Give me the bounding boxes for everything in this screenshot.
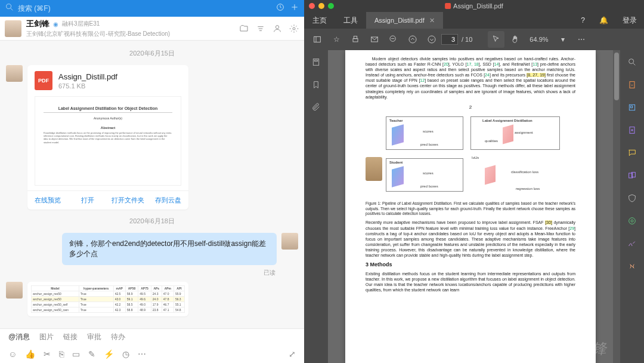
file-tab-label: Assign_Distill.pdf — [374, 17, 425, 24]
window-title: Assign_Distill.pdf — [445, 2, 503, 10]
more-tools-rail-icon[interactable] — [626, 260, 638, 272]
thumbnails-icon[interactable] — [310, 56, 322, 68]
more-icon[interactable]: ⋯ — [138, 349, 146, 359]
page-viewer[interactable]: 33 Modern object detectors divide sample… — [328, 50, 613, 363]
preview-abstract: Knowledge distillation methods focus on … — [44, 131, 172, 144]
action-open-folder[interactable]: 打开文件夹 — [108, 191, 148, 210]
person-icon[interactable] — [272, 23, 283, 34]
maximize-window-icon[interactable] — [328, 3, 334, 9]
sidebar-toggle-icon[interactable] — [309, 31, 326, 48]
cursor-tool-icon[interactable] — [488, 31, 504, 48]
scrollbar-thumb[interactable] — [614, 53, 619, 100]
help-icon[interactable]: ? — [574, 16, 592, 24]
file-message-row: PDF Assign_Distill.pdf 675.1 KB Label As… — [0, 63, 304, 212]
svg-point-18 — [428, 36, 435, 43]
scissors-icon[interactable]: ✂ — [44, 349, 51, 359]
search-input[interactable] — [18, 4, 271, 13]
pdf-file-icon: PDF — [35, 71, 52, 90]
svg-line-1 — [11, 8, 13, 10]
page-up-icon[interactable] — [404, 31, 421, 48]
hand-tool-icon[interactable] — [507, 31, 524, 48]
table-bubble[interactable]: Modelhyper-parametersmAPAP50AP75APsAPmAP… — [27, 282, 188, 316]
close-tab-icon[interactable]: ✕ — [429, 17, 435, 24]
window-title-text: Assign_Distill.pdf — [453, 2, 503, 10]
emoji-icon[interactable]: ☺ — [8, 349, 17, 359]
bolt-icon[interactable]: ⚡ — [104, 349, 114, 359]
input-toolbar: ☺ 👍 ✂ ⎘ ▭ ✎ ⚡ ◷ ⋯ ⤢ — [0, 345, 304, 363]
text-bubble[interactable]: 剑锋，你那个end2end的detector用不用self-distill做as… — [62, 233, 277, 265]
menu-home[interactable]: 主页 — [304, 12, 335, 29]
figure-caption: Figure 1: Pipeline of Label Assignment D… — [366, 201, 575, 216]
star-icon[interactable]: ☆ — [328, 31, 345, 48]
tab-images[interactable]: 图片 — [39, 332, 54, 342]
page-number-input[interactable] — [441, 34, 458, 45]
clock-icon[interactable]: ◷ — [122, 349, 129, 359]
messages-area[interactable]: 2020年6月15日 PDF Assign_Distill.pdf 675.1 … — [0, 41, 304, 328]
new-chat-icon[interactable] — [290, 2, 299, 14]
menu-tools[interactable]: 工具 — [335, 12, 366, 29]
expand-icon[interactable]: ⤢ — [289, 349, 296, 359]
tab-at[interactable]: @消息 — [8, 332, 30, 342]
contact-avatar[interactable] — [5, 20, 21, 37]
edit-pdf-icon[interactable] — [626, 101, 638, 113]
page-down-icon[interactable] — [423, 31, 440, 48]
chat-header: 王剑锋 ◉ 融科3层南E31 王剑锋(北京旷视科技有限公司-研究院-Base D… — [0, 17, 304, 41]
combine-icon[interactable] — [626, 170, 638, 182]
zoom-level[interactable]: 64.9% — [530, 36, 548, 43]
svg-point-31 — [629, 218, 636, 224]
preview-abstract-heading: Abstract — [101, 126, 115, 130]
fig-cls: classification loss — [511, 170, 538, 175]
pdf-body: 33 Modern object detectors divide sample… — [304, 50, 644, 363]
page-number-footer: 2 — [366, 104, 575, 110]
edit-icon[interactable]: ✎ — [88, 349, 95, 359]
zoom-dropdown-icon[interactable]: ▾ — [555, 31, 571, 48]
mail-icon[interactable] — [366, 31, 383, 48]
export-pdf-icon[interactable] — [626, 79, 638, 91]
file-name: Assign_Distill.pdf — [58, 72, 117, 81]
more-tools-icon[interactable]: ⋯ — [574, 31, 590, 48]
svg-point-9 — [293, 27, 295, 30]
login-button[interactable]: 登录 — [615, 16, 644, 26]
action-preview[interactable]: 在线预览 — [27, 191, 68, 210]
svg-rect-25 — [630, 106, 632, 107]
shield-icon[interactable] — [626, 192, 638, 204]
sort-icon[interactable] — [255, 23, 266, 34]
thumbs-up-icon[interactable]: 👍 — [25, 349, 35, 359]
self-avatar[interactable] — [281, 233, 298, 250]
file-tab[interactable]: Assign_Distill.pdf ✕ — [366, 12, 443, 29]
file-bubble[interactable]: PDF Assign_Distill.pdf 675.1 KB Label As… — [27, 65, 188, 210]
close-window-icon[interactable] — [309, 3, 315, 9]
zoom-out-icon[interactable] — [385, 31, 402, 48]
chat-bottom-tabs: @消息 图片 链接 审批 待办 — [0, 328, 304, 345]
print-icon[interactable] — [347, 31, 364, 48]
sign-icon[interactable] — [626, 238, 638, 250]
minimize-window-icon[interactable] — [318, 3, 324, 9]
svg-rect-23 — [630, 82, 634, 88]
folder-icon[interactable] — [239, 23, 249, 34]
action-open[interactable]: 打开 — [68, 191, 109, 210]
comment-icon[interactable] — [626, 147, 638, 159]
location-icon: ◉ — [53, 21, 58, 27]
vertical-scrollbar[interactable] — [613, 50, 620, 363]
action-cloud[interactable]: 存到云盘 — [148, 191, 189, 210]
contact-name: 王剑锋 — [26, 19, 49, 29]
attach-icon[interactable]: ⎘ — [59, 349, 64, 359]
search-tool-icon[interactable] — [626, 56, 638, 68]
sender-avatar[interactable] — [6, 65, 23, 82]
create-pdf-icon[interactable] — [626, 124, 638, 136]
preview-author: Anonymous Author(s) — [94, 116, 122, 120]
sender-avatar-2[interactable] — [6, 282, 23, 299]
tab-links[interactable]: 链接 — [63, 332, 78, 342]
tab-approve[interactable]: 审批 — [87, 332, 101, 342]
notification-icon[interactable]: 🔔 — [592, 16, 615, 24]
compress-icon[interactable] — [626, 215, 638, 227]
attachment-icon[interactable] — [310, 101, 322, 113]
bookmark-icon[interactable] — [310, 79, 322, 91]
pdf-page: 33 Modern object detectors divide sample… — [345, 50, 596, 363]
history-icon[interactable] — [275, 2, 285, 14]
contact-subtitle: 王剑锋(北京旷视科技有限公司-研究院-Base Detection) — [26, 30, 233, 38]
settings-icon[interactable] — [289, 23, 299, 34]
card-icon[interactable]: ▭ — [72, 349, 80, 359]
tab-todo[interactable]: 待办 — [111, 332, 125, 342]
fig-assign: assignment — [515, 131, 533, 136]
